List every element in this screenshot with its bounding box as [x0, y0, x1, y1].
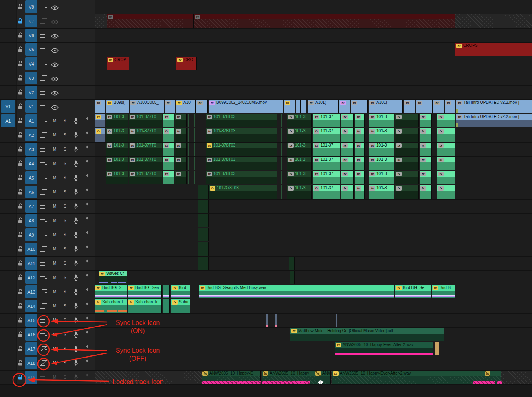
sync-lock-icon-off[interactable]: [40, 346, 48, 353]
sync-lock-icon[interactable]: [40, 189, 48, 197]
clip[interactable]: [281, 128, 282, 142]
clip-a10[interactable]: fxA10: [176, 100, 196, 113]
unlocked-track-icon[interactable]: [18, 260, 24, 267]
clip[interactable]: [289, 257, 295, 270]
voiceover-record-mic-icon[interactable]: [73, 303, 78, 311]
sync-lock-icon[interactable]: [40, 4, 48, 11]
sync-lock-icon[interactable]: [40, 303, 48, 311]
clip[interactable]: fx: [196, 100, 208, 113]
clip-101-37[interactable]: fx101-37: [313, 143, 340, 156]
clip[interactable]: [198, 228, 209, 241]
mute-button[interactable]: M: [53, 118, 56, 123]
clip[interactable]: fx: [175, 157, 187, 170]
clip[interactable]: [198, 242, 209, 256]
track-lane-A14[interactable]: fxSuburban TfxSuburban TrfxSubu: [95, 299, 532, 313]
unlocked-track-icon[interactable]: [18, 75, 24, 81]
clip-101-3[interactable]: fx101-3: [106, 128, 128, 142]
clip[interactable]: [281, 114, 282, 127]
clip[interactable]: fx: [341, 171, 354, 184]
voiceover-record-mic-icon[interactable]: [73, 260, 78, 268]
clip[interactable]: fx: [433, 100, 444, 113]
unlocked-track-icon[interactable]: [18, 274, 24, 281]
clip[interactable]: fx: [437, 185, 455, 199]
clip-101-3[interactable]: fx101-3: [106, 114, 128, 127]
clip[interactable]: [191, 157, 191, 170]
track-lane-V3[interactable]: [95, 71, 532, 85]
clip[interactable]: fx: [420, 143, 432, 156]
unlocked-track-icon[interactable]: [18, 331, 24, 338]
track-lane-A3[interactable]: fx101-3fx101-377T0fxfxfx101-378T03fx101-…: [95, 143, 532, 156]
solo-button[interactable]: S: [64, 204, 66, 208]
track-name-A15[interactable]: A15: [25, 314, 37, 327]
unlocked-track-icon[interactable]: [18, 175, 24, 181]
clip[interactable]: fx: [395, 185, 419, 199]
clip-b099c002-140218mg-mov[interactable]: fxB099C002_140218MG.mov: [209, 100, 283, 113]
clip-101-37[interactable]: fx101-37: [313, 114, 340, 127]
clip[interactable]: fx: [355, 114, 365, 127]
clip[interactable]: [198, 214, 209, 227]
clip[interactable]: [301, 100, 306, 113]
clip[interactable]: fx: [341, 143, 354, 156]
sync-lock-icon[interactable]: [40, 331, 48, 339]
clip-a100c005-[interactable]: fxA100C005_: [130, 100, 164, 113]
mute-button[interactable]: M: [53, 247, 56, 251]
solo-button[interactable]: S: [64, 275, 66, 280]
clip-101-378t03[interactable]: fx101-378T03: [206, 157, 277, 170]
clip[interactable]: [194, 128, 195, 142]
solo-button[interactable]: S: [64, 347, 66, 351]
clip[interactable]: fx: [95, 128, 105, 142]
track-lane-V4[interactable]: fxCROPfxCRO: [95, 57, 532, 71]
clip[interactable]: fx: [445, 100, 455, 113]
track-lane-V6[interactable]: [95, 29, 532, 42]
clip-101-3[interactable]: fx101-3: [287, 171, 312, 184]
unlocked-track-icon[interactable]: [18, 89, 24, 96]
clip[interactable]: fx: [341, 128, 354, 142]
solo-button[interactable]: S: [64, 261, 66, 265]
clip[interactable]: [194, 114, 195, 127]
sync-lock-icon[interactable]: [40, 75, 48, 83]
clip-101-378t03[interactable]: fx101-378T03: [206, 128, 277, 142]
clip[interactable]: fx: [395, 143, 419, 156]
sync-lock-icon[interactable]: [40, 175, 48, 182]
solo-button[interactable]: S: [64, 361, 66, 365]
unlocked-track-icon[interactable]: [18, 160, 24, 167]
sync-lock-icon[interactable]: [40, 61, 48, 68]
track-lane-V8[interactable]: [95, 0, 532, 14]
track-name-V5[interactable]: V5: [25, 43, 37, 56]
track-name-A10[interactable]: A10: [25, 243, 37, 255]
clip-bird[interactable]: fxBird: [171, 285, 190, 298]
clip-cro[interactable]: fxCRO: [176, 57, 197, 70]
track-name-A1[interactable]: A1: [25, 114, 37, 127]
unlocked-track-icon[interactable]: [18, 346, 24, 352]
sync-lock-icon[interactable]: [40, 118, 48, 125]
unlocked-track-icon[interactable]: [18, 132, 24, 138]
mute-button[interactable]: M: [53, 347, 56, 351]
locked-track-icon[interactable]: [18, 18, 24, 24]
toggle-track-output-eye-icon[interactable]: [51, 33, 59, 40]
toggle-track-output-eye-icon[interactable]: [51, 4, 59, 12]
sync-lock-icon[interactable]: [40, 146, 48, 154]
clip-101-37[interactable]: fx101-37: [313, 157, 340, 170]
clip-101-378t03[interactable]: fx101-378T03: [209, 185, 277, 199]
track-name-A5[interactable]: A5: [25, 171, 37, 184]
unlocked-track-icon[interactable]: [18, 118, 24, 124]
source-patch-V1[interactable]: V1: [1, 100, 15, 113]
clip-b098-[interactable]: fxB098(: [106, 100, 129, 113]
clip[interactable]: [266, 314, 268, 327]
clip-101-3[interactable]: fx101-3: [369, 114, 394, 127]
mute-button[interactable]: M: [53, 190, 56, 194]
clip-a101-[interactable]: fxA101(: [308, 100, 339, 113]
track-name-A12[interactable]: A12: [25, 271, 37, 284]
track-name-A11[interactable]: A11: [25, 257, 37, 270]
track-name-A16[interactable]: A16: [25, 328, 37, 341]
track-name-A2[interactable]: A2: [25, 129, 37, 141]
track-name-A19[interactable]: A19: [25, 371, 37, 384]
clip[interactable]: fx: [420, 128, 432, 142]
clip-101-3[interactable]: fx101-3: [106, 171, 128, 184]
track-name-A14[interactable]: A14: [25, 300, 37, 312]
clip[interactable]: fx: [416, 100, 433, 113]
mute-button[interactable]: M: [53, 204, 56, 208]
clip[interactable]: [281, 171, 282, 184]
clip[interactable]: [279, 171, 279, 184]
track-lane-A9[interactable]: [95, 228, 532, 242]
